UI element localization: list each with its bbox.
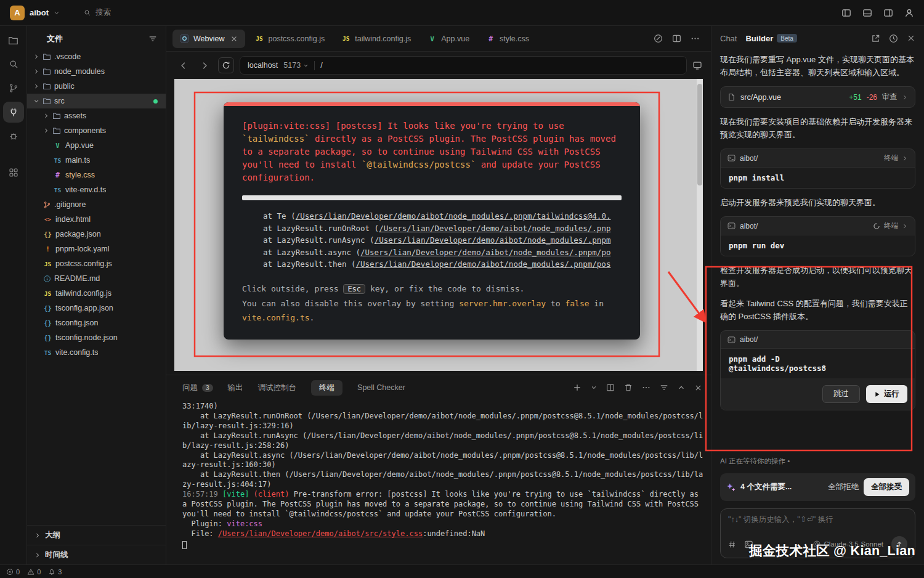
activity-source-control[interactable] bbox=[3, 78, 24, 99]
skip-button[interactable]: 跳过 bbox=[822, 385, 860, 403]
refresh-icon[interactable] bbox=[218, 57, 234, 73]
activity-explorer[interactable] bbox=[3, 30, 24, 51]
terminal-card[interactable]: aibot/终端pnpm install bbox=[720, 149, 915, 189]
split-terminal-icon[interactable] bbox=[606, 383, 615, 392]
tree-item-index-html[interactable]: <>index.html bbox=[27, 212, 166, 227]
global-search[interactable]: 搜索 bbox=[83, 7, 111, 18]
tree-item-pnpm-lock-yaml[interactable]: !pnpm-lock.yaml bbox=[27, 242, 166, 256]
share-icon[interactable] bbox=[871, 34, 880, 43]
close-panel-icon[interactable] bbox=[694, 384, 702, 392]
activity-search[interactable] bbox=[3, 54, 24, 75]
tab-app-vue[interactable]: VApp.vue bbox=[420, 30, 477, 48]
tab-chat[interactable]: Chat bbox=[720, 34, 737, 43]
tree-item-tailwind-config-js[interactable]: JStailwind.config.js bbox=[27, 286, 166, 301]
tab-style-css[interactable]: #style.css bbox=[479, 30, 537, 48]
tree-item-package-json[interactable]: {}package.json bbox=[27, 227, 166, 242]
stack-link[interactable]: /Users/lian/Developer/demo/aibot/node_mo… bbox=[375, 235, 611, 245]
tree-item-main-ts[interactable]: TSmain.ts bbox=[27, 153, 166, 168]
more-actions-icon[interactable] bbox=[691, 34, 700, 43]
terminal-badge[interactable]: 终端 bbox=[884, 153, 908, 163]
activity-plugins[interactable] bbox=[3, 102, 24, 123]
panel-tab-输出[interactable]: 输出 bbox=[228, 380, 243, 396]
close-chat-icon[interactable] bbox=[907, 34, 915, 43]
tree-item-public[interactable]: public bbox=[27, 79, 166, 94]
attach-image-icon[interactable] bbox=[744, 540, 753, 549]
scrollbar-thumb[interactable] bbox=[697, 84, 702, 185]
panel-filter-icon[interactable] bbox=[660, 383, 668, 392]
port-selector[interactable]: 5173 bbox=[283, 61, 309, 70]
tree-item-app-vue[interactable]: VApp.vue bbox=[27, 138, 166, 153]
warnings-indicator[interactable]: 0 bbox=[27, 568, 41, 576]
context-hash-icon[interactable] bbox=[728, 540, 736, 548]
chevron-down-icon[interactable] bbox=[54, 10, 60, 16]
accept-all-button[interactable]: 全部接受 bbox=[864, 478, 909, 496]
terminal-card[interactable]: aibot/终端pnpm run dev bbox=[720, 216, 915, 256]
history-icon[interactable] bbox=[889, 34, 898, 43]
stack-link[interactable]: /Users/lian/Developer/demo/aibot/node_mo… bbox=[360, 248, 610, 257]
layout-panel-icon[interactable] bbox=[862, 8, 872, 18]
tree-item-components[interactable]: components bbox=[27, 123, 166, 138]
notifications-indicator[interactable]: 3 bbox=[48, 568, 62, 576]
device-preview-icon[interactable] bbox=[692, 60, 702, 70]
panel-tab-问题[interactable]: 问题3 bbox=[182, 380, 213, 396]
review-link[interactable]: 审查 bbox=[882, 92, 897, 102]
forward-icon[interactable] bbox=[197, 57, 213, 73]
tree-item-gitignore[interactable]: .gitignore bbox=[27, 197, 166, 212]
file-change-card[interactable]: src/App.vue+51-26审查 bbox=[720, 86, 915, 108]
project-name[interactable]: aibot bbox=[30, 8, 49, 17]
outline-section[interactable]: 大纲 bbox=[27, 525, 166, 545]
terminal-line: 16:57:19 [vite] (client) Pre-transform e… bbox=[182, 490, 705, 519]
run-button[interactable]: 运行 bbox=[866, 385, 907, 403]
activity-extensions[interactable] bbox=[3, 162, 24, 183]
send-button[interactable] bbox=[891, 536, 907, 552]
tree-item-src[interactable]: src bbox=[27, 94, 166, 108]
close-tab-icon[interactable] bbox=[230, 35, 238, 43]
errors-indicator[interactable]: 0 bbox=[6, 568, 20, 576]
tree-item-vscode[interactable]: .vscode bbox=[27, 49, 166, 64]
address-bar[interactable]: localhost 5173 / bbox=[240, 56, 687, 75]
reject-all-button[interactable]: 全部拒绝 bbox=[828, 482, 859, 492]
stack-link[interactable]: /Users/lian/Developer/demo/aibot/node_mo… bbox=[379, 224, 610, 233]
filter-icon[interactable] bbox=[148, 35, 157, 43]
tab-tailwind-config-js[interactable]: JStailwind.config.js bbox=[334, 30, 418, 48]
back-icon[interactable] bbox=[175, 57, 191, 73]
tree-item-readme-md[interactable]: README.md bbox=[27, 271, 166, 286]
tree-item-vite-config-ts[interactable]: TSvite.config.ts bbox=[27, 345, 166, 360]
tree-item-assets[interactable]: assets bbox=[27, 108, 166, 123]
activity-debug[interactable] bbox=[3, 126, 24, 147]
terminal-output[interactable]: 33:1740) at LazyResult.runOnRoot (/Users… bbox=[166, 400, 711, 564]
panel-tab-调试控制台[interactable]: 调试控制台 bbox=[258, 380, 297, 396]
kill-terminal-icon[interactable] bbox=[624, 383, 633, 392]
account-icon[interactable] bbox=[904, 8, 914, 18]
terminal-profile-chevron-icon[interactable] bbox=[591, 385, 597, 391]
pending-command-card[interactable]: aibot/pnpm add -D @tailwindcss/postcss8跳… bbox=[720, 330, 915, 410]
open-changes-icon[interactable] bbox=[654, 34, 663, 43]
stack-link[interactable]: /Users/lian/Developer/demo/aibot/node_mo… bbox=[356, 259, 611, 269]
webview-scrollbar[interactable] bbox=[697, 79, 703, 371]
panel-tab-spell-checker[interactable]: Spell Checker bbox=[357, 381, 405, 394]
tree-item-tsconfig-json[interactable]: {}tsconfig.json bbox=[27, 315, 166, 330]
tree-item-vite-env-d-ts[interactable]: TSvite-env.d.ts bbox=[27, 182, 166, 197]
layout-sidebar-right-icon[interactable] bbox=[883, 8, 893, 18]
vite-error-overlay[interactable]: [plugin:vite:css] [postcss] It looks lik… bbox=[224, 102, 640, 340]
layout-sidebar-left-icon[interactable] bbox=[841, 8, 851, 18]
tab-postcss-config-js[interactable]: JSpostcss.config.js bbox=[247, 30, 332, 48]
chat-input[interactable] bbox=[728, 515, 907, 524]
tree-item-postcss-config-js[interactable]: JSpostcss.config.js bbox=[27, 256, 166, 271]
panel-tab-终端[interactable]: 终端 bbox=[311, 380, 342, 396]
split-editor-icon[interactable] bbox=[672, 34, 681, 43]
stack-link[interactable]: /Users/lian/Developer/demo/aibot/node_mo… bbox=[296, 211, 611, 221]
maximize-panel-icon[interactable] bbox=[678, 384, 685, 391]
tree-item-tsconfig-node-json[interactable]: {}tsconfig.node.json bbox=[27, 330, 166, 345]
panel-more-icon[interactable] bbox=[642, 383, 650, 392]
model-selector[interactable]: Claude-3.5-Sonnet bbox=[813, 540, 883, 548]
timeline-section[interactable]: 时间线 bbox=[27, 545, 166, 564]
chat-input-box[interactable]: Claude-3.5-Sonnet bbox=[720, 508, 915, 558]
tab-builder[interactable]: BuilderBeta bbox=[745, 34, 796, 43]
tree-item-node-modules[interactable]: node_modules bbox=[27, 64, 166, 79]
terminal-badge[interactable]: 终端 bbox=[873, 221, 908, 230]
new-terminal-icon[interactable] bbox=[573, 383, 582, 392]
tab-webview[interactable]: Webview bbox=[172, 30, 245, 48]
tree-item-style-css[interactable]: #style.css bbox=[27, 168, 166, 182]
tree-item-tsconfig-app-json[interactable]: {}tsconfig.app.json bbox=[27, 301, 166, 315]
